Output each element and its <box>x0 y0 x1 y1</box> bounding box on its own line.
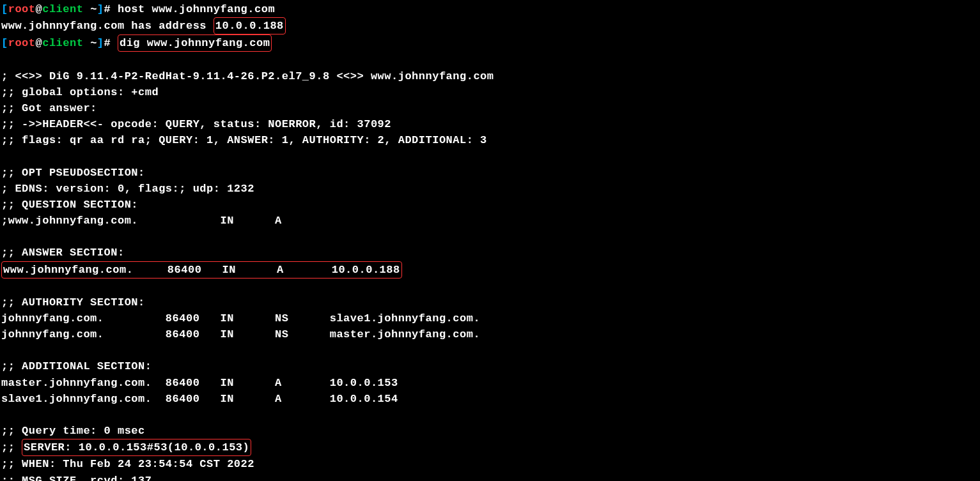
prompt-line-1[interactable]: [root@client ~]# host www.johnnyfang.com <box>1 1 979 17</box>
prompt-host: client <box>42 37 83 49</box>
blank-line <box>1 407 979 423</box>
dig-additional-header-line: ;; ADDITIONAL SECTION: <box>1 358 979 374</box>
prompt-at: @ <box>36 3 43 15</box>
dig-authority-line-1: johnnyfang.com. 86400 IN NS slave1.johnn… <box>1 310 979 326</box>
blank-line <box>1 279 979 294</box>
prompt-user: root <box>8 3 36 15</box>
prompt-bracket-close: ] <box>97 37 104 49</box>
dig-authority-line-2: johnnyfang.com. 86400 IN NS master.johnn… <box>1 326 979 342</box>
blank-line <box>1 148 979 164</box>
prompt-line-2[interactable]: [root@client ~]# dig www.johnnyfang.com <box>1 34 979 52</box>
dig-question-header-line: ;; QUESTION SECTION: <box>1 197 979 213</box>
host-output-text: www.johnnyfang.com has address <box>1 20 214 32</box>
dig-query-time-line: ;; Query time: 0 msec <box>1 423 979 439</box>
prompt-path: ~ <box>83 37 97 49</box>
highlighted-dig-command: dig www.johnnyfang.com <box>118 34 272 52</box>
highlighted-server-box: SERVER: 10.0.0.153#53(10.0.0.153) <box>22 439 251 456</box>
prompt-hash: # <box>104 3 118 15</box>
prompt-user: root <box>8 37 36 49</box>
blank-line <box>1 52 979 68</box>
dig-server-prefix: ;; <box>1 441 22 454</box>
prompt-hash: # <box>104 37 118 49</box>
host-output-line: www.johnnyfang.com has address 10.0.0.18… <box>1 17 979 34</box>
prompt-at: @ <box>36 37 43 49</box>
dig-additional-line-2: slave1.johnnyfang.com. 86400 IN A 10.0.0… <box>1 391 979 407</box>
command-host: host www.johnnyfang.com <box>118 3 275 15</box>
dig-flags-line: ;; flags: qr aa rd ra; QUERY: 1, ANSWER:… <box>1 132 979 148</box>
dig-msg-size-line: ;; MSG SIZE rcvd: 137 <box>1 473 979 481</box>
dig-authority-header-line: ;; AUTHORITY SECTION: <box>1 294 979 310</box>
prompt-host: client <box>42 3 83 15</box>
dig-edns-line: ; EDNS: version: 0, flags:; udp: 1232 <box>1 181 979 197</box>
highlighted-answer-box: www.johnnyfang.com. 86400 IN A 10.0.0.18… <box>1 261 402 279</box>
blank-line <box>1 229 979 245</box>
prompt-bracket-open: [ <box>1 37 8 49</box>
dig-got-answer-line: ;; Got answer: <box>1 100 979 116</box>
dig-additional-line-1: master.johnnyfang.com. 86400 IN A 10.0.0… <box>1 375 979 391</box>
blank-line <box>1 342 979 358</box>
dig-opt-header-line: ;; OPT PSEUDOSECTION: <box>1 165 979 181</box>
prompt-bracket-close: ] <box>97 3 104 15</box>
dig-when-line: ;; WHEN: Thu Feb 24 23:54:54 CST 2022 <box>1 456 979 472</box>
dig-answer-line: www.johnnyfang.com. 86400 IN A 10.0.0.18… <box>1 261 979 279</box>
highlighted-ip-box: 10.0.0.188 <box>214 17 286 34</box>
prompt-bracket-open: [ <box>1 3 8 15</box>
dig-question-line: ;www.johnnyfang.com. IN A <box>1 213 979 229</box>
dig-global-options-line: ;; global options: +cmd <box>1 84 979 100</box>
dig-header-line: ; <<>> DiG 9.11.4-P2-RedHat-9.11.4-26.P2… <box>1 68 979 84</box>
dig-server-line: ;; SERVER: 10.0.0.153#53(10.0.0.153) <box>1 439 979 456</box>
dig-answer-header-line: ;; ANSWER SECTION: <box>1 245 979 261</box>
prompt-path: ~ <box>83 3 97 15</box>
dig-header-status-line: ;; ->>HEADER<<- opcode: QUERY, status: N… <box>1 116 979 132</box>
